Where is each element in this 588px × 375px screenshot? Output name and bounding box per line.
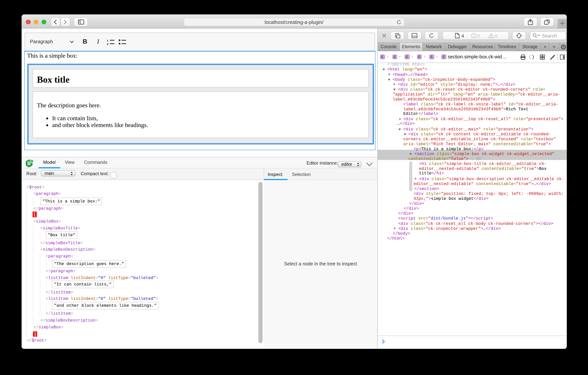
svg-text:5: 5 — [31, 160, 32, 163]
svg-text:2: 2 — [107, 43, 108, 45]
svg-text:1: 1 — [107, 39, 108, 42]
